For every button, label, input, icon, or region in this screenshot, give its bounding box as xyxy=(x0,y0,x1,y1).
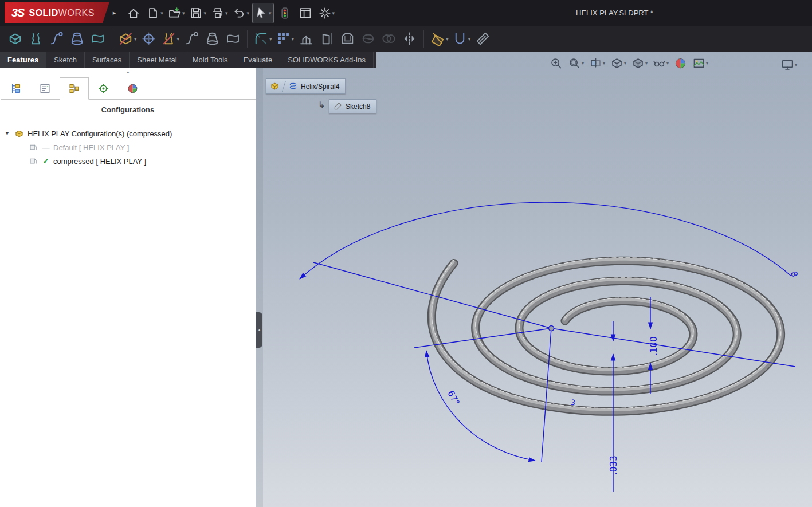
ds-logo-mark: 3S xyxy=(11,6,24,19)
tab-evaluate[interactable]: Evaluate xyxy=(236,52,281,68)
reference-geometry-button[interactable]: ▾ xyxy=(428,27,450,50)
orientation-caret-icon[interactable]: ▾ xyxy=(624,61,626,66)
instant3d-button[interactable] xyxy=(472,27,493,50)
show-display-pane-button[interactable] xyxy=(296,3,315,23)
mirror-button[interactable] xyxy=(399,27,419,50)
section-view-button[interactable]: ▾ xyxy=(589,57,605,70)
linear-pattern-button[interactable]: ▾ xyxy=(274,27,296,50)
panel-splitter-handle[interactable]: ● xyxy=(256,312,262,348)
toolbar-separator xyxy=(247,30,248,48)
config-row-compressed[interactable]: ✓ compressed [ HELIX PLAY ] xyxy=(0,154,256,168)
print-caret-icon[interactable]: ▾ xyxy=(225,10,228,16)
tab-property-manager[interactable] xyxy=(30,77,60,100)
panel-resize-grip[interactable]: ● xyxy=(0,68,256,76)
draft-button[interactable] xyxy=(316,27,337,50)
edit-appearance-button[interactable] xyxy=(674,57,687,70)
angle-dimension-arc[interactable] xyxy=(426,351,535,461)
dimension-label-033[interactable]: .033 xyxy=(609,455,619,474)
view-settings-button[interactable]: ▾ xyxy=(780,58,797,72)
new-document-button[interactable]: ▾ xyxy=(144,3,165,23)
intersect-button[interactable] xyxy=(378,27,399,50)
tab-features[interactable]: Features xyxy=(0,52,46,68)
lofted-boss-button[interactable] xyxy=(66,27,87,50)
print-button[interactable]: ▾ xyxy=(209,3,230,23)
breadcrumb-feature[interactable]: Helix/Spiral4 xyxy=(266,78,346,94)
instant3d-ruler-icon xyxy=(475,31,491,46)
undo-caret-icon[interactable]: ▾ xyxy=(246,10,249,16)
breadcrumb-sketch[interactable]: Sketch8 xyxy=(329,99,376,113)
curves-caret-icon[interactable]: ▾ xyxy=(468,36,471,42)
view-settings-caret-icon[interactable]: ▾ xyxy=(795,62,797,68)
fillet-caret-icon[interactable]: ▾ xyxy=(269,36,272,42)
tab-sketch[interactable]: Sketch xyxy=(46,52,85,68)
boundary-cut-button[interactable] xyxy=(222,27,243,50)
apply-scene-button[interactable]: ▾ xyxy=(692,57,708,70)
wrap-button[interactable] xyxy=(358,27,378,50)
boundary-boss-button[interactable] xyxy=(87,27,108,50)
zoom-to-area-button[interactable]: ▾ xyxy=(568,57,584,70)
undo-button[interactable]: ▾ xyxy=(230,3,251,23)
options-caret-icon[interactable]: ▾ xyxy=(332,10,335,16)
tab-addins[interactable]: SOLIDWORKS Add-Ins xyxy=(280,52,374,68)
fillet-button[interactable]: ▾ xyxy=(252,27,274,50)
hole-wizard-button[interactable] xyxy=(139,27,159,50)
mirror-icon xyxy=(402,31,417,46)
display-style-button[interactable]: ▾ xyxy=(631,57,648,70)
swept-cut-button[interactable] xyxy=(181,27,202,50)
linear-pattern-icon xyxy=(276,31,291,46)
save-caret-icon[interactable]: ▾ xyxy=(203,10,206,16)
zoom-area-caret-icon[interactable]: ▾ xyxy=(582,61,584,66)
open-button[interactable]: ▾ xyxy=(166,3,187,23)
curves-button[interactable]: ▾ xyxy=(450,27,473,50)
dimension-label-100[interactable]: .100 xyxy=(649,336,659,355)
tab-dimxpert-manager[interactable] xyxy=(89,77,118,100)
open-caret-icon[interactable]: ▾ xyxy=(182,10,185,16)
quick-access-toolbar: ▾ ▾ ▾ ▾ ▾ ▾ ▾ xyxy=(124,3,336,23)
swept-boss-button[interactable] xyxy=(46,27,66,50)
config-row-default[interactable]: — Default [ HELIX PLAY ] xyxy=(0,140,256,154)
helix-center-point[interactable] xyxy=(549,326,554,331)
dimension-label-angle[interactable]: 67° xyxy=(445,389,461,407)
logo-flyout-arrow-icon[interactable]: ▸ xyxy=(113,9,116,17)
extruded-boss-button[interactable] xyxy=(5,27,25,50)
panel-splitter[interactable]: ● xyxy=(256,68,263,507)
refgeo-caret-icon[interactable]: ▾ xyxy=(446,36,449,42)
expand-triangle-icon[interactable]: ▼ xyxy=(5,131,11,136)
tab-configuration-manager[interactable] xyxy=(60,77,89,100)
options-button[interactable]: ▾ xyxy=(316,3,337,23)
graphics-area[interactable]: 8 67° .100 .033 3 Helix/Spiral4 ↳ Sketch… xyxy=(256,52,812,507)
tab-surfaces[interactable]: Surfaces xyxy=(85,52,130,68)
extruded-cut-button[interactable]: ▾ xyxy=(116,27,139,50)
extruded-cut-caret-icon[interactable]: ▾ xyxy=(134,36,137,42)
lofted-cut-button[interactable] xyxy=(202,27,222,50)
revolved-cut-caret-icon[interactable]: ▾ xyxy=(177,36,180,42)
tab-display-manager[interactable] xyxy=(118,77,147,100)
hide-show-caret-icon[interactable]: ▾ xyxy=(666,61,669,66)
fillet-icon xyxy=(253,31,269,46)
home-button[interactable] xyxy=(124,3,143,23)
new-caret-icon[interactable]: ▾ xyxy=(160,10,163,16)
save-button[interactable]: ▾ xyxy=(187,3,208,23)
scene-caret-icon[interactable]: ▾ xyxy=(706,61,708,66)
tab-feature-manager[interactable] xyxy=(1,77,30,100)
tab-sheet-metal[interactable]: Sheet Metal xyxy=(130,52,185,68)
select-tool-button[interactable]: ▾ xyxy=(252,3,274,23)
select-caret-icon[interactable]: ▾ xyxy=(269,10,272,16)
shell-button[interactable] xyxy=(337,27,358,50)
rib-button[interactable] xyxy=(296,27,316,50)
zoom-to-fit-button[interactable] xyxy=(550,57,563,70)
helix-spiral-model[interactable] xyxy=(431,258,780,412)
view-orientation-button[interactable]: ▾ xyxy=(610,57,626,70)
display-style-caret-icon[interactable]: ▾ xyxy=(645,61,648,66)
config-root-row[interactable]: ▼ HELIX PLAY Configuration(s) (compresse… xyxy=(0,127,256,140)
section-caret-icon[interactable]: ▾ xyxy=(603,61,605,66)
sketch-icon xyxy=(333,101,343,111)
dimension-label-revolutions[interactable]: 8 xyxy=(789,270,800,278)
rebuild-button[interactable] xyxy=(275,3,295,23)
revolved-cut-button[interactable]: ▾ xyxy=(159,27,182,50)
pattern-caret-icon[interactable]: ▾ xyxy=(292,36,295,42)
hide-show-items-button[interactable]: ▾ xyxy=(653,57,669,70)
tab-mold-tools[interactable]: Mold Tools xyxy=(185,52,236,68)
dimension-vertical-line[interactable] xyxy=(542,328,551,462)
revolved-boss-button[interactable] xyxy=(25,27,46,50)
